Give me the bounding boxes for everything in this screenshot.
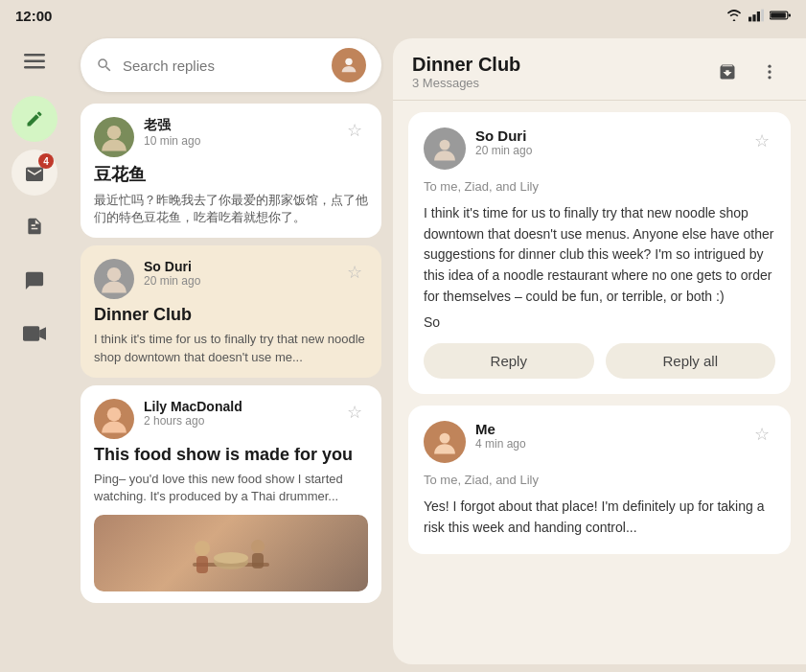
email-signature-1: So: [424, 314, 775, 330]
svg-rect-8: [24, 60, 45, 63]
sidebar-mail[interactable]: 4: [12, 150, 58, 196]
email-card-1: So Duri 20 min ago ☆ To me, Ziad, and Li…: [408, 112, 791, 394]
msg-header-2: So Duri 20 min ago ☆: [94, 259, 368, 299]
search-input[interactable]: [123, 58, 322, 74]
chat-icon: [24, 270, 45, 290]
msg-image-3: [94, 515, 368, 591]
msg-meta-2: So Duri 20 min ago: [144, 259, 332, 288]
center-panel: 老强 10 min ago ☆ 豆花鱼 最近忙吗？昨晚我去了你最爱的那家饭馆，点…: [69, 31, 393, 672]
svg-point-23: [768, 76, 771, 79]
msg-image-inner: [94, 515, 368, 591]
thread-scroll: So Duri 20 min ago ☆ To me, Ziad, and Li…: [393, 101, 806, 664]
wifi-icon: [725, 9, 743, 22]
svg-point-12: [107, 267, 121, 281]
main-layout: 4: [0, 31, 806, 672]
thread-title: Dinner Club: [412, 54, 710, 76]
archive-button[interactable]: [710, 55, 745, 89]
email-star-2[interactable]: ☆: [748, 421, 775, 448]
email-to-1: To me, Ziad, and Lily: [424, 179, 775, 194]
right-panel: Dinner Club 3 Messages: [393, 38, 806, 664]
svg-point-11: [107, 126, 121, 139]
user-avatar-icon: [338, 55, 359, 76]
email-card-2: Me 4 min ago ☆ To me, Ziad, and Lily Yes…: [408, 406, 791, 553]
email-avatar-2: [424, 421, 466, 463]
email-meta-1: So Duri 20 min ago: [475, 127, 739, 157]
avatar-laogiang: [99, 122, 129, 152]
email-star-1[interactable]: ☆: [748, 127, 775, 154]
msg-avatar-2: [94, 259, 134, 299]
msg-preview-3: Ping– you'd love this new food show I st…: [94, 471, 368, 505]
user-avatar[interactable]: [332, 48, 366, 82]
msg-title-3: This food show is made for you: [94, 445, 368, 465]
reply-all-button[interactable]: Reply all: [606, 343, 776, 379]
msg-title-2: Dinner Club: [94, 305, 368, 325]
video-icon: [23, 325, 46, 342]
msg-time-3: 2 hours ago: [144, 414, 332, 428]
email-to-2: To me, Ziad, and Lily: [424, 473, 775, 487]
svg-point-24: [440, 140, 450, 151]
msg-time-2: 20 min ago: [144, 274, 332, 288]
msg-time-1: 10 min ago: [144, 134, 332, 148]
sidebar-chat[interactable]: [12, 257, 58, 303]
battery-icon: [770, 10, 791, 21]
sidebar: 4: [0, 31, 69, 672]
msg-meta-3: Lily MacDonald 2 hours ago: [144, 399, 332, 428]
msg-avatar-1: [94, 117, 134, 157]
star-btn-1[interactable]: ☆: [341, 117, 368, 144]
email-header-1: So Duri 20 min ago ☆: [424, 127, 775, 170]
avatar-lily: [99, 404, 129, 434]
svg-rect-9: [24, 66, 45, 69]
compose-icon: [25, 109, 44, 128]
compose-button[interactable]: [12, 96, 58, 142]
msg-header-1: 老强 10 min ago ☆: [94, 117, 368, 157]
search-bar[interactable]: [81, 38, 381, 92]
svg-rect-6: [789, 13, 791, 16]
msg-sender-2: So Duri: [144, 259, 332, 274]
mail-badge-count: 4: [38, 153, 54, 169]
svg-rect-2: [757, 12, 760, 21]
svg-point-10: [345, 58, 352, 65]
star-btn-2[interactable]: ☆: [341, 259, 368, 286]
email-avatar-1: [424, 127, 466, 170]
email-header-2: Me 4 min ago ☆: [424, 421, 775, 463]
svg-rect-7: [24, 54, 45, 57]
message-card-1[interactable]: 老强 10 min ago ☆ 豆花鱼 最近忙吗？昨晚我去了你最爱的那家饭馆，点…: [81, 104, 381, 238]
email-avatar-soduri-icon: [431, 135, 458, 162]
msg-preview-1: 最近忙吗？昨晚我去了你最爱的那家饭馆，点了他们的特色豆花鱼，吃着吃着就想你了。: [94, 192, 368, 226]
avatar-soduri: [99, 264, 129, 294]
message-card-2[interactable]: So Duri 20 min ago ☆ Dinner Club I think…: [81, 245, 381, 377]
sidebar-notes[interactable]: [12, 203, 58, 249]
more-button[interactable]: [752, 55, 787, 89]
msg-avatar-3: [94, 399, 134, 439]
email-sender-1: So Duri: [475, 127, 739, 144]
msg-title-1: 豆花鱼: [94, 163, 368, 186]
message-card-3[interactable]: Lily MacDonald 2 hours ago ☆ This food s…: [81, 385, 381, 603]
svg-rect-18: [196, 556, 208, 573]
thread-subtitle: 3 Messages: [412, 76, 710, 90]
svg-rect-3: [761, 10, 764, 22]
msg-header-3: Lily MacDonald 2 hours ago ☆: [94, 399, 368, 439]
msg-preview-2: I think it's time for us to finally try …: [94, 331, 368, 365]
sidebar-video[interactable]: [12, 311, 58, 357]
email-avatar-me-icon: [431, 429, 458, 455]
thread-title-block: Dinner Club 3 Messages: [412, 54, 710, 90]
archive-icon: [718, 62, 737, 81]
msg-meta-1: 老强 10 min ago: [144, 117, 332, 148]
email-time-2: 4 min ago: [475, 437, 739, 451]
menu-icon: [24, 54, 45, 69]
food-show-image: [173, 520, 288, 587]
svg-rect-5: [771, 12, 786, 18]
sidebar-menu[interactable]: [12, 38, 58, 84]
star-btn-3[interactable]: ☆: [341, 399, 368, 426]
svg-rect-1: [752, 14, 755, 21]
status-time: 12:00: [15, 8, 52, 24]
thread-actions: [710, 55, 787, 89]
reply-button[interactable]: Reply: [424, 343, 594, 379]
msg-sender-1: 老强: [144, 117, 332, 134]
svg-point-16: [214, 552, 248, 564]
msg-sender-3: Lily MacDonald: [144, 399, 332, 414]
signal-icon: [748, 9, 764, 22]
email-body-1: I think it's time for us to finally try …: [424, 203, 775, 307]
svg-point-19: [251, 540, 265, 553]
reply-actions-1: Reply Reply all: [424, 343, 775, 379]
